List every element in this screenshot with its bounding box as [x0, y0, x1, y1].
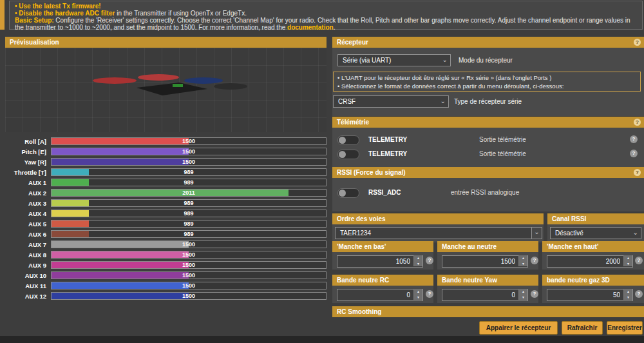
- channel-order-header: Ordre des voies: [332, 213, 544, 224]
- rssi-adc-name: RSSI_ADC: [368, 189, 401, 196]
- help-icon[interactable]: ?: [531, 290, 538, 298]
- channel-label: AUX 4: [5, 210, 51, 217]
- help-icon[interactable]: ?: [630, 135, 638, 143]
- channel-row: AUX 121500: [5, 291, 327, 301]
- rssi-title: RSSI (Force du signal): [337, 169, 406, 176]
- active-tab-edge: [0, 0, 5, 30]
- toggle-knob: [339, 151, 346, 158]
- note-text: • Use the latest Tx firmware!: [15, 3, 101, 10]
- help-icon[interactable]: ?: [426, 290, 433, 298]
- channel-bar-track: 1500: [51, 148, 327, 155]
- spinner-up-icon[interactable]: ▴: [519, 255, 527, 261]
- channel-label: AUX 1: [5, 179, 51, 186]
- spinner-down-icon[interactable]: ▾: [414, 261, 422, 267]
- spinner: ▴ ▾: [413, 289, 422, 300]
- channel-label: AUX 6: [5, 231, 51, 238]
- telemetry-toggle[interactable]: [337, 150, 359, 159]
- channel-order-select[interactable]: TAER1234 ⌄: [335, 227, 542, 239]
- spinner-up-icon[interactable]: ▴: [414, 255, 422, 261]
- spinner-up-icon[interactable]: ▴: [624, 255, 632, 261]
- help-icon[interactable]: ?: [426, 257, 433, 264]
- channel-bar-track: 989: [51, 199, 327, 207]
- channel-label: Throttle [T]: [5, 169, 51, 176]
- channel-value: 1500: [52, 159, 326, 166]
- telemetry-row: TELEMETRYSortie télémétrie?: [332, 148, 644, 162]
- note-text: in the Transmitter if using OpenTx or Ed…: [115, 10, 247, 17]
- receiver-mode-select[interactable]: Série (via UART) ⌄: [337, 54, 451, 66]
- help-icon[interactable]: ?: [634, 169, 641, 176]
- stick-high-input[interactable]: [547, 255, 633, 268]
- deadband-yaw-header: Bande neutre Yaw: [437, 275, 538, 286]
- channel-row: Yaw [R]1500: [5, 157, 327, 167]
- rssi-channel-select[interactable]: Désactivé ⌄: [550, 227, 641, 239]
- save-button[interactable]: Enregistrer: [607, 321, 643, 335]
- telemetry-row: TELEMETRYSortie télémétrie?: [332, 133, 644, 148]
- channel-bar-track: 989: [51, 210, 327, 217]
- rssi-adc-toggle[interactable]: [337, 188, 359, 198]
- help-icon[interactable]: ?: [630, 150, 638, 157]
- channel-bar-track: 989: [51, 179, 327, 186]
- deadband-3d-input[interactable]: [547, 289, 633, 301]
- channel-row: AUX 3989: [5, 198, 327, 208]
- telemetry-title: Télémétrie: [337, 119, 369, 126]
- help-icon[interactable]: ?: [531, 257, 538, 264]
- refresh-button[interactable]: Rafraîchir: [562, 321, 603, 335]
- stick-high-input-wrap: ▴ ▾: [547, 255, 633, 267]
- deadband-yaw-input[interactable]: [442, 289, 528, 301]
- help-icon[interactable]: ?: [634, 39, 641, 46]
- channel-row: AUX 6989: [5, 229, 327, 239]
- channel-row: AUX 1989: [5, 177, 327, 188]
- serial-provider-select[interactable]: CRSF ⌄: [333, 95, 449, 108]
- channel-bar-track: 1500: [51, 158, 327, 166]
- telemetry-desc: Sortie télémétrie: [479, 136, 526, 143]
- serial-provider-label: Type de récepteur série: [454, 98, 522, 105]
- channel-row: AUX 81500: [5, 250, 327, 260]
- channel-bar-track: 1500: [51, 251, 327, 259]
- documentation-link[interactable]: documentation: [287, 24, 334, 31]
- channel-bar-track: 989: [51, 230, 327, 238]
- help-icon[interactable]: ?: [634, 119, 641, 126]
- stick-center-input[interactable]: [442, 255, 528, 268]
- channel-value: 989: [52, 220, 326, 228]
- rssi-section-header: RSSI (Force du signal) ?: [332, 167, 644, 178]
- channel-label: AUX 5: [5, 220, 51, 228]
- receiver-section-header: Récepteur ?: [332, 37, 644, 48]
- spinner-down-icon[interactable]: ▾: [519, 295, 527, 300]
- channel-label: AUX 12: [5, 293, 51, 300]
- channel-label: Pitch [E]: [5, 148, 51, 155]
- channel-bar-track: 1500: [51, 282, 327, 289]
- bind-receiver-button[interactable]: Appairer le récepteur: [479, 321, 558, 335]
- stick-center-header: Manche au neutre: [437, 241, 538, 252]
- note-line: Basic Setup: Configure the 'Receiver' se…: [15, 17, 637, 31]
- spinner-up-icon[interactable]: ▴: [624, 289, 632, 295]
- deadband-3d-header: bande neutre gaz 3D: [542, 275, 644, 286]
- spinner-up-icon[interactable]: ▴: [414, 289, 422, 295]
- spinner-down-icon[interactable]: ▾: [414, 295, 422, 300]
- receiver-page: • Use the latest Tx firmware!• Disable t…: [0, 0, 644, 343]
- channel-row: AUX 4989: [5, 208, 327, 219]
- quad-model-preview: [77, 71, 258, 104]
- channel-label: AUX 2: [5, 190, 51, 197]
- spinner: ▴ ▾: [518, 255, 527, 266]
- preview-section-header: Prévisualisation: [5, 37, 327, 48]
- channel-value: 989: [52, 169, 326, 176]
- channel-bar-track: 1500: [51, 137, 327, 145]
- help-icon[interactable]: ?: [635, 290, 643, 298]
- telemetry-toggle[interactable]: [337, 135, 359, 145]
- channel-order-value: TAER1234: [340, 230, 371, 237]
- deadband-3d-title: bande neutre gaz 3D: [547, 277, 610, 284]
- deadband-rc-input[interactable]: [337, 289, 423, 301]
- deadband-rc-input-wrap: ▴ ▾: [337, 288, 423, 300]
- toggle-knob: [339, 190, 346, 197]
- telemetry-section-body: TELEMETRYSortie télémétrie?TELEMETRYSort…: [332, 128, 644, 167]
- spinner-up-icon[interactable]: ▴: [519, 289, 527, 295]
- spinner-down-icon[interactable]: ▾: [624, 261, 632, 267]
- channel-label: AUX 9: [5, 262, 51, 269]
- footer-bar: [0, 336, 644, 343]
- stick-low-input[interactable]: [337, 255, 423, 268]
- spinner-down-icon[interactable]: ▾: [519, 261, 527, 267]
- spinner-down-icon[interactable]: ▾: [624, 295, 632, 300]
- channel-bar-track: 2011: [51, 189, 327, 197]
- help-icon[interactable]: ?: [635, 257, 643, 264]
- channel-bar-track: 1500: [51, 261, 327, 269]
